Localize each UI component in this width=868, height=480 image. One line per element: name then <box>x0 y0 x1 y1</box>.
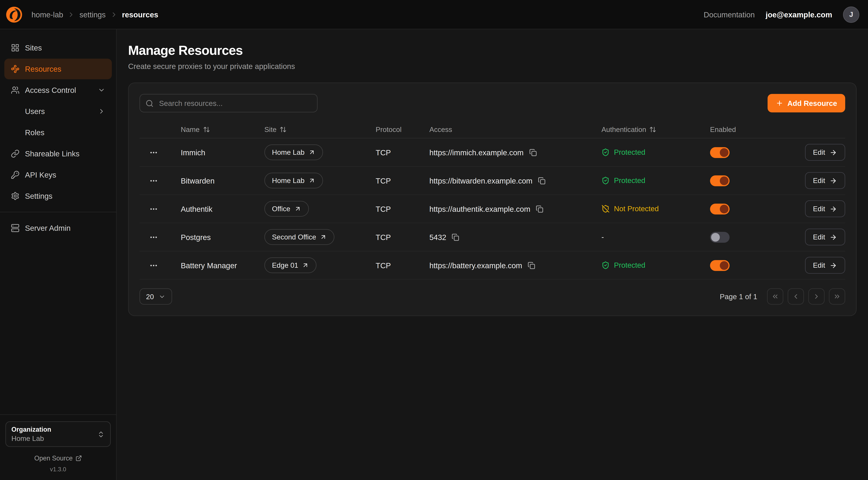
arrow-up-right-icon <box>294 205 301 212</box>
breadcrumb-resources[interactable]: resources <box>122 10 158 19</box>
divider <box>0 212 116 212</box>
shield-off-icon <box>601 205 610 213</box>
auth-status: Protected <box>593 177 701 185</box>
copy-icon[interactable] <box>451 232 460 242</box>
breadcrumb-settings[interactable]: settings <box>80 10 106 19</box>
next-page-button[interactable] <box>808 288 825 305</box>
row-actions-button[interactable] <box>148 260 159 271</box>
table-row: Postgres Second Office TCP 5432 - Edit <box>140 223 845 251</box>
ellipsis-icon <box>149 261 158 270</box>
site-link[interactable]: Office <box>265 201 309 217</box>
breadcrumb-org[interactable]: home-lab <box>31 10 63 19</box>
resource-name: Bitwarden <box>172 176 256 185</box>
sidebar-item-label: Access Control <box>25 86 76 94</box>
search-icon <box>146 99 154 107</box>
protocol: TCP <box>367 176 421 185</box>
enabled-toggle[interactable] <box>710 147 730 158</box>
sidebar-item-roles[interactable]: Roles <box>4 122 112 143</box>
sidebar-item-label: Roles <box>25 128 44 137</box>
chevrons-left-icon <box>771 293 779 300</box>
sidebar-item-resources[interactable]: Resources <box>4 59 112 79</box>
users-icon <box>11 86 20 94</box>
row-actions-button[interactable] <box>148 147 159 158</box>
arrow-up-right-icon <box>308 149 315 156</box>
sidebar-item-server-admin[interactable]: Server Admin <box>4 218 112 238</box>
header-authentication[interactable]: Authentication <box>593 125 701 133</box>
enabled-toggle[interactable] <box>710 175 730 186</box>
copy-icon[interactable] <box>527 261 536 270</box>
sidebar-item-api-keys[interactable]: API Keys <box>4 164 112 185</box>
header-access: Access <box>421 125 593 133</box>
first-page-button[interactable] <box>767 288 783 305</box>
sidebar-item-shareable-links[interactable]: Shareable Links <box>4 143 112 164</box>
arrow-right-icon <box>830 149 837 156</box>
card-toolbar: Add Resource <box>140 94 845 112</box>
last-page-button[interactable] <box>829 288 845 305</box>
protocol: TCP <box>367 233 421 241</box>
auth-status: Protected <box>593 148 701 156</box>
sidebar-item-access-control[interactable]: Access Control <box>4 80 112 100</box>
enabled-toggle[interactable] <box>710 260 730 271</box>
copy-icon[interactable] <box>535 204 545 214</box>
copy-icon[interactable] <box>528 148 538 157</box>
organization-selector[interactable]: Organization Home Lab <box>5 421 111 447</box>
chevron-right-icon <box>67 11 75 18</box>
edit-button[interactable]: Edit <box>805 229 845 245</box>
site-link[interactable]: Home Lab <box>265 144 323 160</box>
copy-icon[interactable] <box>537 176 547 185</box>
documentation-link[interactable]: Documentation <box>704 10 755 19</box>
edit-button[interactable]: Edit <box>805 200 845 217</box>
previous-page-button[interactable] <box>788 288 804 305</box>
shield-check-icon <box>601 148 610 156</box>
edit-button[interactable]: Edit <box>805 172 845 189</box>
user-email[interactable]: joe@example.com <box>766 10 832 19</box>
enabled-toggle[interactable] <box>710 232 730 243</box>
sidebar-item-label: Shareable Links <box>25 149 80 158</box>
resources-icon <box>11 65 20 73</box>
app-logo-icon[interactable] <box>5 6 23 23</box>
page-size-select[interactable]: 20 <box>140 288 172 305</box>
avatar[interactable]: J <box>843 6 859 23</box>
row-actions-button[interactable] <box>148 232 159 243</box>
row-actions-button[interactable] <box>148 175 159 186</box>
protocol: TCP <box>367 148 421 157</box>
open-source-link[interactable]: Open Source <box>5 454 111 462</box>
search-input[interactable] <box>158 99 312 108</box>
site-link[interactable]: Second Office <box>265 229 335 245</box>
site-name: Edge 01 <box>272 261 298 269</box>
add-resource-button[interactable]: Add Resource <box>768 94 845 112</box>
site-link[interactable]: Edge 01 <box>265 258 317 273</box>
arrow-up-right-icon <box>320 234 327 241</box>
site-link[interactable]: Home Lab <box>265 173 323 188</box>
chevron-left-icon <box>792 293 800 300</box>
sidebar-item-settings[interactable]: Settings <box>4 186 112 206</box>
organization-label: Organization <box>11 426 51 433</box>
sidebar-item-sites[interactable]: Sites <box>4 37 112 58</box>
search-box <box>140 94 317 112</box>
main-content: Manage Resources Create secure proxies t… <box>117 29 868 480</box>
ellipsis-icon <box>149 176 158 185</box>
edit-button[interactable]: Edit <box>805 257 845 274</box>
shield-check-icon <box>601 177 610 185</box>
chevrons-right-icon <box>833 293 841 300</box>
table-row: Authentik Office TCP https://authentik.e… <box>140 195 845 223</box>
row-actions-button[interactable] <box>148 204 159 214</box>
header-site[interactable]: Site <box>256 125 367 133</box>
access-port: 5432 <box>429 233 446 241</box>
sidebar-nav: Sites Resources Access Control Users Rol… <box>0 37 116 239</box>
edit-button[interactable]: Edit <box>805 144 845 161</box>
site-name: Office <box>272 205 290 213</box>
ellipsis-icon <box>149 148 158 157</box>
protocol: TCP <box>367 261 421 270</box>
table-header-row: Name Site Protocol Access Authentication <box>140 121 845 139</box>
page-title: Manage Resources <box>128 42 857 59</box>
enabled-toggle[interactable] <box>710 204 730 214</box>
chevron-right-icon <box>813 293 820 300</box>
arrow-up-right-icon <box>302 262 309 269</box>
site-name: Home Lab <box>272 177 305 185</box>
topbar-right: Documentation joe@example.com J <box>704 6 859 23</box>
header-name[interactable]: Name <box>172 125 256 133</box>
arrow-up-right-icon <box>308 177 315 184</box>
sidebar-item-users[interactable]: Users <box>4 101 112 122</box>
sidebar-item-label: API Keys <box>25 171 56 179</box>
